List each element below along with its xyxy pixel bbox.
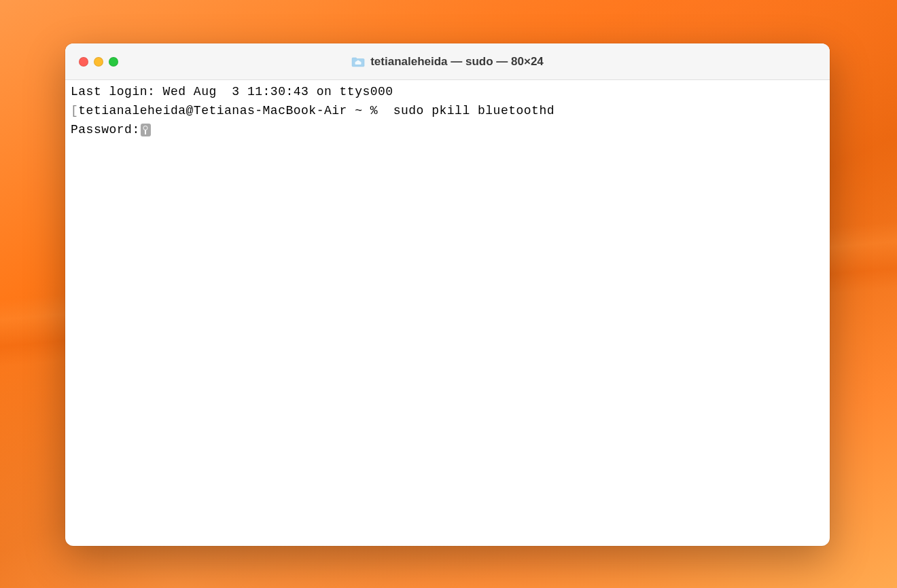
terminal-body[interactable]: Last login: Wed Aug 3 11:30:43 on ttys00…: [65, 80, 830, 546]
window-title: tetianaleheida — sudo — 80×24: [370, 55, 544, 69]
shell-prompt: tetianaleheida@Tetianas-MacBook-Air ~ %: [78, 104, 385, 117]
password-prompt-line: Password:: [71, 121, 824, 140]
terminal-output-line: Last login: Wed Aug 3 11:30:43 on ttys00…: [71, 83, 824, 102]
home-folder-icon: [351, 56, 365, 67]
traffic-lights: [65, 57, 118, 67]
title-bar[interactable]: tetianaleheida — sudo — 80×24: [65, 43, 830, 80]
maximize-button[interactable]: [109, 57, 118, 67]
close-button[interactable]: [79, 57, 88, 67]
title-content: tetianaleheida — sudo — 80×24: [351, 55, 544, 69]
prompt-open-bracket: [: [71, 104, 78, 117]
shell-command: sudo pkill bluetoothd: [385, 104, 555, 117]
minimize-button[interactable]: [94, 57, 103, 67]
terminal-window: tetianaleheida — sudo — 80×24 Last login…: [65, 43, 830, 546]
key-icon: [141, 124, 151, 136]
password-label: Password:: [71, 123, 140, 136]
terminal-prompt-line: [tetianaleheida@Tetianas-MacBook-Air ~ %…: [71, 102, 824, 121]
